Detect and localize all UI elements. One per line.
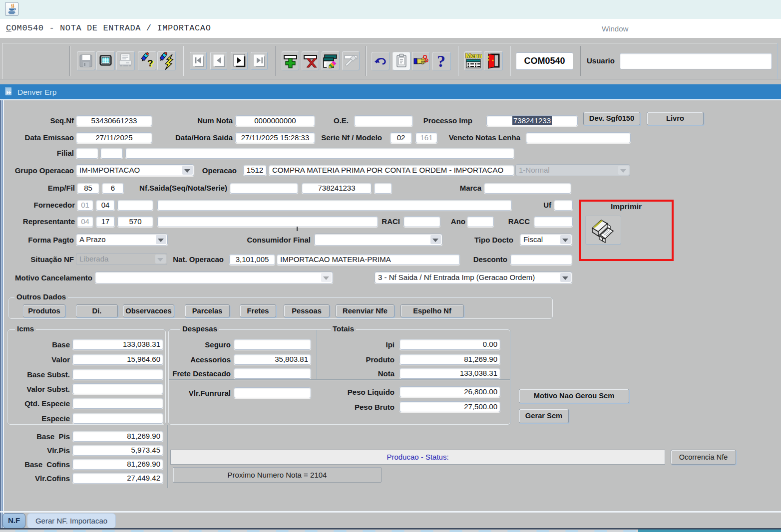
svg-text:Menu: Menu [465,52,482,59]
svg-text:?: ? [437,52,445,70]
svg-text:?: ? [147,58,153,68]
